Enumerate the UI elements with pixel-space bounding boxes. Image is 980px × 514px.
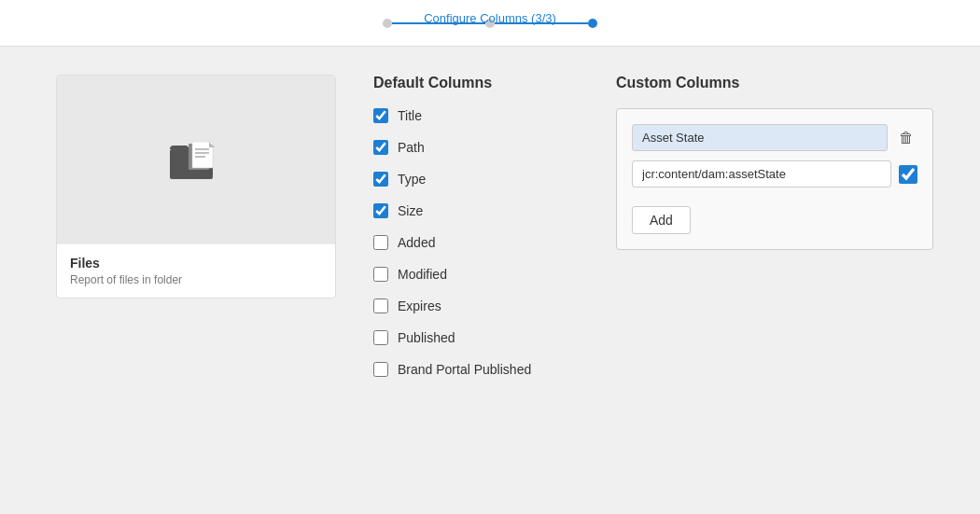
custom-path-checkbox[interactable] <box>899 165 917 184</box>
checkbox-title: Title <box>373 108 560 123</box>
custom-columns-heading: Custom Columns <box>616 75 933 91</box>
folder-icon <box>168 136 224 183</box>
checkbox-modified: Modified <box>373 267 560 282</box>
checkbox-expires: Expires <box>373 299 560 313</box>
default-columns: Default Columns Title Path Type Size Add… <box>373 75 560 486</box>
checkbox-size-input[interactable] <box>373 203 388 218</box>
checkbox-type-label[interactable]: Type <box>398 172 426 187</box>
stepper-bar: Configure Columns (3/3) <box>0 0 980 47</box>
checkbox-path: Path <box>373 140 560 155</box>
checkbox-published: Published <box>373 330 560 345</box>
custom-columns: Custom Columns 🗑 Add <box>616 75 933 486</box>
preview-info: Files Report of files in folder <box>57 243 335 298</box>
custom-columns-box: 🗑 Add <box>616 108 933 250</box>
preview-subtitle: Report of files in folder <box>70 273 322 286</box>
checkbox-added-input[interactable] <box>373 235 388 250</box>
preview-card: Files Report of files in folder <box>56 75 336 299</box>
checkbox-expires-input[interactable] <box>373 299 388 313</box>
checkbox-brand-portal: Brand Portal Published <box>373 362 560 377</box>
checkbox-published-input[interactable] <box>373 330 388 345</box>
checkbox-path-input[interactable] <box>373 140 388 155</box>
checkbox-type: Type <box>373 172 560 187</box>
checkbox-brand-portal-input[interactable] <box>373 362 388 377</box>
columns-section: Default Columns Title Path Type Size Add… <box>373 75 933 486</box>
checkbox-modified-input[interactable] <box>373 267 388 282</box>
preview-image <box>57 76 335 243</box>
checkbox-modified-label[interactable]: Modified <box>398 267 447 282</box>
checkbox-added-label[interactable]: Added <box>398 235 435 250</box>
trash-icon: 🗑 <box>899 130 914 146</box>
custom-row-path <box>632 160 917 188</box>
checkbox-title-label[interactable]: Title <box>398 108 422 123</box>
default-columns-heading: Default Columns <box>373 75 560 91</box>
stepper-label: Configure Columns (3/3) <box>424 11 556 25</box>
checkbox-expires-label[interactable]: Expires <box>398 299 441 313</box>
preview-title: Files <box>70 256 322 271</box>
checkbox-published-label[interactable]: Published <box>398 330 455 345</box>
checkbox-path-label[interactable]: Path <box>398 140 425 155</box>
custom-path-input[interactable] <box>632 160 891 188</box>
main-content: Files Report of files in folder Default … <box>0 47 980 514</box>
stepper-dot-3 <box>588 19 597 28</box>
checkbox-type-input[interactable] <box>373 172 388 187</box>
delete-custom-button[interactable]: 🗑 <box>895 126 917 150</box>
checkbox-added: Added <box>373 235 560 250</box>
checkbox-title-input[interactable] <box>373 108 388 123</box>
checkbox-brand-portal-label[interactable]: Brand Portal Published <box>398 362 531 377</box>
checkbox-size: Size <box>373 203 560 218</box>
checkbox-size-label[interactable]: Size <box>398 203 423 218</box>
add-custom-column-button[interactable]: Add <box>632 206 691 234</box>
custom-name-input[interactable] <box>632 124 888 151</box>
custom-row-name: 🗑 <box>632 124 917 151</box>
stepper-dot-1 <box>383 19 392 28</box>
